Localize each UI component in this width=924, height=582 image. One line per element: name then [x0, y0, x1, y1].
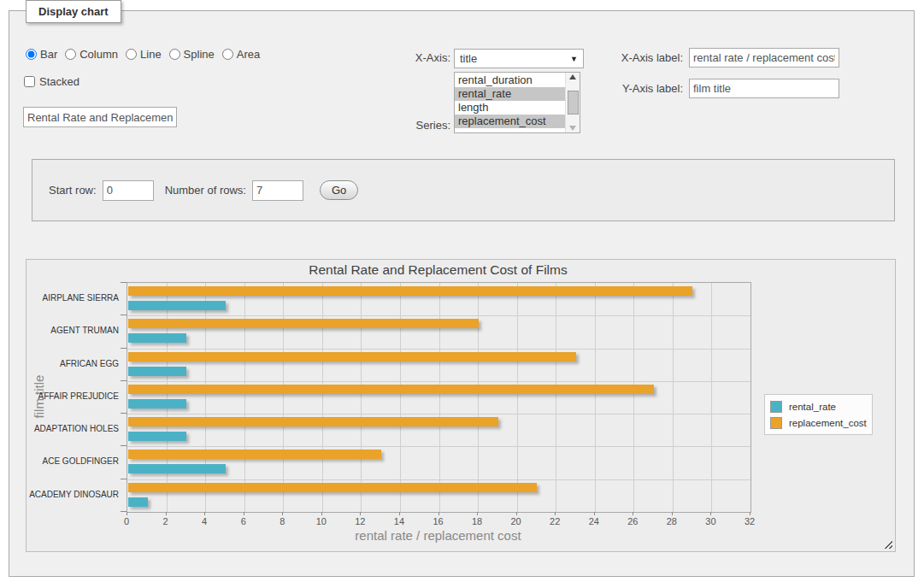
legend-item: rental_rate — [770, 398, 867, 414]
chart-type-radio-line[interactable] — [126, 49, 137, 60]
chart-title-input[interactable] — [23, 107, 177, 127]
chevron-down-icon: ▼ — [570, 55, 578, 63]
x-tick-mark — [555, 512, 556, 515]
go-button[interactable]: Go — [320, 180, 358, 200]
gridline-vertical — [517, 283, 518, 512]
chart-type-label-bar: Bar — [40, 48, 57, 61]
gridline-horizontal — [127, 414, 750, 414]
x-axis-title: rental rate / replacement cost — [127, 528, 750, 543]
y-tick-mark — [121, 479, 127, 479]
legend-swatch-icon — [770, 417, 782, 429]
chart-title: Rental Rate and Replacement Cost of Film… — [127, 262, 750, 278]
num-rows-label: Number of rows: — [165, 184, 246, 197]
scrollbar-thumb[interactable] — [568, 91, 579, 115]
stacked-label: Stacked — [39, 75, 79, 88]
x-axis-label: X-Axis: — [365, 51, 450, 64]
series-select[interactable]: rental_duration rental_rate length repla… — [454, 72, 580, 133]
gridline-horizontal — [127, 479, 750, 480]
gridline-vertical — [322, 283, 323, 512]
y-axis-label-input[interactable] — [689, 79, 839, 98]
category-label: ACE GOLDFINGER — [26, 445, 119, 478]
x-tick-label: 18 — [460, 516, 494, 526]
num-rows-input[interactable] — [252, 180, 303, 201]
bar-rental_rate — [128, 464, 226, 473]
chart-type-radio-column[interactable] — [65, 49, 76, 60]
x-tick-mark — [282, 512, 283, 515]
scroll-down-icon[interactable] — [569, 126, 576, 131]
chart-container: Rental Rate and Replacement Cost of Film… — [26, 259, 896, 552]
chart-type-spline[interactable]: Spline — [169, 48, 215, 61]
gridline-vertical — [633, 283, 634, 512]
x-tick-label: 20 — [499, 516, 533, 526]
bar-replacement_cost — [128, 417, 498, 426]
chart-type-label-spline: Spline — [184, 48, 215, 61]
series-label: Series: — [365, 119, 450, 132]
series-option-rental-rate[interactable]: rental_rate — [455, 87, 565, 101]
legend-item: replacement_cost — [770, 414, 867, 431]
x-tick-mark — [204, 512, 205, 515]
gridline-horizontal — [127, 381, 750, 382]
row-range-toolbar: Start row: Number of rows: Go — [32, 159, 895, 221]
gridline-vertical — [400, 283, 401, 512]
y-axis-label-label: Y-Axis label: — [597, 82, 683, 95]
x-tick-label: 8 — [265, 516, 299, 526]
x-axis-label-input[interactable] — [689, 48, 839, 68]
x-tick-mark — [166, 512, 167, 515]
bar-replacement_cost — [128, 352, 576, 362]
x-tick-mark — [438, 512, 439, 515]
chart-type-line[interactable]: Line — [126, 48, 162, 61]
x-tick-mark — [477, 512, 478, 515]
chart-type-column[interactable]: Column — [65, 48, 118, 61]
gridline-vertical — [711, 283, 712, 512]
x-tick-mark — [399, 512, 400, 515]
scroll-up-icon[interactable] — [569, 74, 576, 79]
x-tick-label: 14 — [382, 516, 416, 526]
x-axis-label-label: X-Axis label: — [597, 51, 683, 64]
chart-type-area[interactable]: Area — [222, 48, 260, 61]
x-tick-mark — [672, 512, 673, 515]
bar-replacement_cost — [128, 319, 479, 328]
x-tick-label: 6 — [227, 516, 261, 526]
legend-swatch-icon — [770, 401, 782, 413]
series-options: rental_duration rental_rate length repla… — [455, 73, 565, 132]
x-tick-mark — [360, 512, 361, 515]
series-scrollbar[interactable] — [565, 73, 580, 132]
x-tick-mark — [244, 512, 244, 515]
x-tick-label: 4 — [187, 516, 221, 526]
category-label: ADAPTATION HOLES — [26, 413, 119, 445]
chart-type-radio-spline[interactable] — [169, 49, 180, 60]
start-row-input[interactable] — [103, 180, 154, 201]
gridline-vertical — [283, 283, 284, 512]
gridline-horizontal — [127, 446, 750, 447]
chart-type-radio-area[interactable] — [222, 49, 233, 60]
series-option-length[interactable]: length — [455, 101, 565, 115]
y-tick-mark — [121, 413, 127, 414]
x-tick-label: 16 — [421, 516, 456, 526]
chart-type-radio-bar[interactable] — [26, 49, 37, 60]
bar-rental_rate — [128, 333, 186, 343]
gridline-vertical — [556, 283, 556, 512]
series-option-rental-duration[interactable]: rental_duration — [455, 73, 565, 87]
gridline-vertical — [595, 283, 596, 512]
bar-rental_rate — [128, 497, 148, 507]
gridline-vertical — [478, 283, 479, 512]
x-tick-label: 32 — [733, 516, 767, 526]
category-label: ACADEMY DINOSAUR — [26, 479, 119, 511]
chart-type-bar[interactable]: Bar — [26, 48, 57, 61]
x-axis-select[interactable]: title ▼ — [454, 49, 584, 68]
chart-type-group: Bar Column Line Spline Area — [26, 48, 268, 61]
gridline-vertical — [673, 283, 674, 512]
gridline-vertical — [361, 283, 362, 512]
resize-handle-icon[interactable] — [882, 538, 892, 549]
x-tick-mark — [750, 512, 750, 515]
bar-replacement_cost — [128, 286, 692, 296]
y-tick-mark — [121, 315, 127, 315]
series-option-replacement-cost[interactable]: replacement_cost — [455, 115, 565, 128]
gridline-vertical — [205, 283, 206, 512]
panel-title: Display chart — [26, 0, 121, 23]
stacked-option[interactable]: Stacked — [24, 75, 79, 88]
stacked-checkbox[interactable] — [24, 76, 35, 87]
display-chart-panel: Display chart Bar Column Line Spline Are… — [9, 10, 915, 577]
x-axis-selected-value: title — [460, 52, 570, 65]
gridline-vertical — [244, 283, 245, 512]
